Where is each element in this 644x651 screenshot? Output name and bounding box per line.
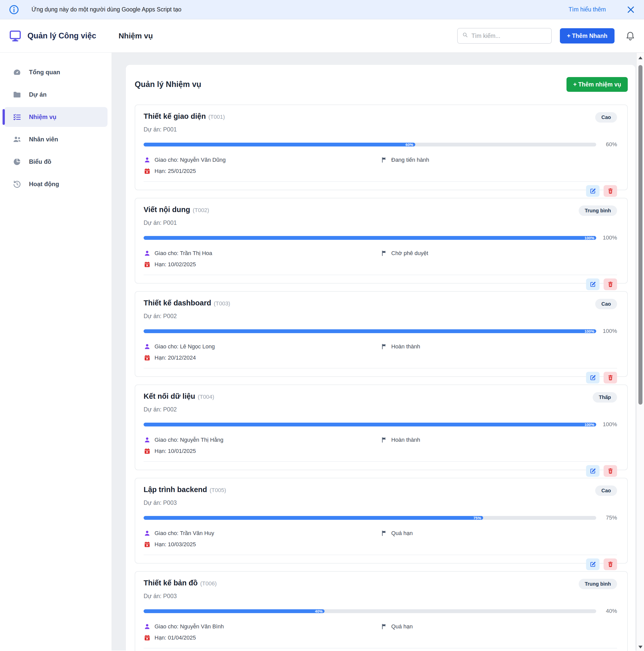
learn-more-link[interactable]: Tìm hiểu thêm [569, 6, 606, 13]
assignee-text: Giao cho: Nguyễn Thị Hằng [155, 437, 223, 443]
scrollbar-down-arrow-icon[interactable] [638, 646, 642, 648]
pencil-square-icon [590, 374, 596, 381]
apps-script-banner: Ứng dụng này do một người dùng Google Ap… [0, 0, 644, 19]
search-input[interactable] [472, 33, 547, 39]
status-cell: Hoàn thành [381, 436, 617, 443]
trash-icon [607, 468, 614, 474]
delete-task-button[interactable] [604, 185, 617, 197]
progress-label-outer: 100% [601, 421, 617, 428]
info-icon [9, 4, 19, 15]
edit-task-button[interactable] [586, 278, 600, 290]
progress-track: 100% [143, 423, 596, 427]
status-cell: Đang tiến hành [381, 156, 617, 163]
priority-badge: Trung bình [579, 206, 617, 216]
edit-task-button[interactable] [586, 465, 600, 477]
status-text: Đang tiến hành [391, 157, 429, 163]
progress-label-inner: 100% [584, 423, 594, 427]
progress-row: 100% 100% [143, 328, 617, 334]
assignee-cell: Giao cho: Nguyễn Văn Bình [143, 623, 381, 630]
quick-add-button[interactable]: + Thêm Nhanh [560, 28, 614, 43]
page-title: Nhiệm vụ [119, 32, 153, 40]
app-title: Quản lý Công việc [27, 31, 96, 40]
delete-task-button[interactable] [604, 372, 617, 383]
assignee-text: Giao cho: Lê Ngọc Long [155, 343, 215, 350]
assignee-text: Giao cho: Nguyễn Văn Dũng [155, 157, 226, 163]
task-code: (T006) [200, 580, 217, 587]
due-text: Hạn: 01/04/2025 [155, 634, 196, 641]
app-logo-monitor-icon [9, 29, 22, 42]
task-panel: Quản lý Nhiệm vụ + Thêm nhiệm vụ Thiết k… [126, 65, 635, 651]
progress-label-inner: 100% [584, 329, 594, 333]
add-task-button[interactable]: + Thêm nhiệm vụ [567, 77, 628, 92]
calendar-icon [143, 261, 151, 268]
flag-icon [381, 436, 388, 443]
due-text: Hạn: 25/01/2025 [155, 168, 196, 175]
task-card: Thiết kế giao diện(T001) Cao Dự án: P001… [135, 104, 628, 190]
status-text: Hoàn thành [391, 437, 420, 443]
status-text: Quá hạn [391, 530, 413, 536]
progress-fill: 100% [143, 236, 596, 240]
task-title: Thiết kế dashboard(T003) [143, 299, 230, 307]
pencil-square-icon [590, 468, 596, 474]
task-title: Thiết kế giao diện(T001) [143, 112, 225, 121]
flag-icon [381, 250, 388, 257]
assignee-cell: Giao cho: Nguyễn Thị Hằng [143, 436, 381, 443]
scrollbar-thumb[interactable] [638, 65, 642, 405]
delete-task-button[interactable] [604, 465, 617, 477]
task-code: (T002) [193, 207, 209, 213]
due-text: Hạn: 10/01/2025 [155, 448, 196, 455]
trash-icon [607, 281, 614, 288]
sidebar-item-bieu-do[interactable]: Biểu đồ [4, 152, 107, 172]
task-card: Viết nội dung(T002) Trung bình Dự án: P0… [135, 198, 628, 283]
sidebar-item-nhiem-vu[interactable]: Nhiệm vụ [4, 107, 107, 127]
task-code: (T001) [208, 114, 225, 120]
progress-track: 100% [143, 236, 596, 240]
status-cell: Quá hạn [381, 530, 617, 537]
due-cell: Hạn: 10/02/2025 [143, 261, 381, 268]
notification-bell-icon[interactable] [625, 31, 635, 41]
sidebar-item-du-an[interactable]: Dự án [4, 85, 107, 104]
scrollbar-up-arrow-icon[interactable] [638, 57, 642, 59]
progress-label-inner: 100% [584, 236, 594, 240]
progress-fill: 60% [143, 143, 415, 147]
task-card: Thiết kế bản đồ(T006) Trung bình Dự án: … [135, 571, 628, 651]
task-title: Viết nội dung(T002) [143, 206, 209, 214]
priority-badge: Cao [595, 486, 617, 496]
vertical-scrollbar [636, 53, 644, 651]
due-text: Hạn: 10/02/2025 [155, 261, 196, 268]
task-card: Lập trình backend(T005) Cao Dự án: P003 … [135, 478, 628, 563]
progress-label-outer: 75% [601, 515, 617, 521]
delete-task-button[interactable] [604, 278, 617, 290]
task-title: Kết nối dữ liệu(T004) [143, 392, 214, 401]
progress-label-outer: 100% [601, 328, 617, 334]
delete-task-button[interactable] [604, 558, 617, 570]
task-list: Thiết kế giao diện(T001) Cao Dự án: P001… [135, 104, 628, 651]
pencil-square-icon [590, 281, 596, 288]
sidebar-item-label: Biểu đồ [29, 158, 51, 165]
progress-track: 40% [143, 609, 596, 613]
due-cell: Hạn: 20/12/2024 [143, 354, 381, 361]
status-cell: Chờ phê duyệt [381, 250, 617, 257]
edit-task-button[interactable] [586, 558, 600, 570]
task-project: Dự án: P003 [143, 499, 617, 506]
flag-icon [381, 530, 388, 537]
task-card: Kết nối dữ liệu(T004) Thấp Dự án: P002 1… [135, 384, 628, 470]
edit-task-button[interactable] [586, 185, 600, 197]
trash-icon [607, 188, 614, 194]
calendar-icon [143, 167, 151, 175]
due-text: Hạn: 20/12/2024 [155, 354, 196, 361]
sidebar-item-label: Nhiệm vụ [29, 114, 57, 121]
edit-task-button[interactable] [586, 372, 600, 383]
close-icon[interactable] [626, 5, 635, 14]
sidebar-item-nhan-vien[interactable]: Nhân viên [4, 129, 107, 149]
sidebar-item-hoat-dong[interactable]: Hoạt động [4, 174, 107, 194]
flag-icon [381, 343, 388, 350]
sidebar-item-tong-quan[interactable]: Tổng quan [4, 62, 107, 82]
calendar-icon [143, 541, 151, 548]
sidebar-item-label: Dự án [29, 91, 46, 98]
task-project: Dự án: P003 [143, 593, 617, 600]
task-card: Thiết kế dashboard(T003) Cao Dự án: P002… [135, 291, 628, 377]
assignee-cell: Giao cho: Trần Thị Hoa [143, 250, 381, 257]
calendar-icon [143, 447, 151, 455]
priority-badge: Trung bình [579, 579, 617, 589]
